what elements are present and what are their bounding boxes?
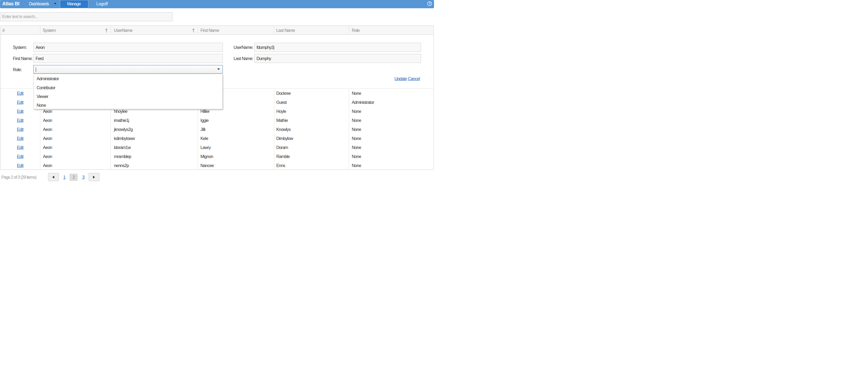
svg-text:?: ? bbox=[428, 2, 431, 6]
